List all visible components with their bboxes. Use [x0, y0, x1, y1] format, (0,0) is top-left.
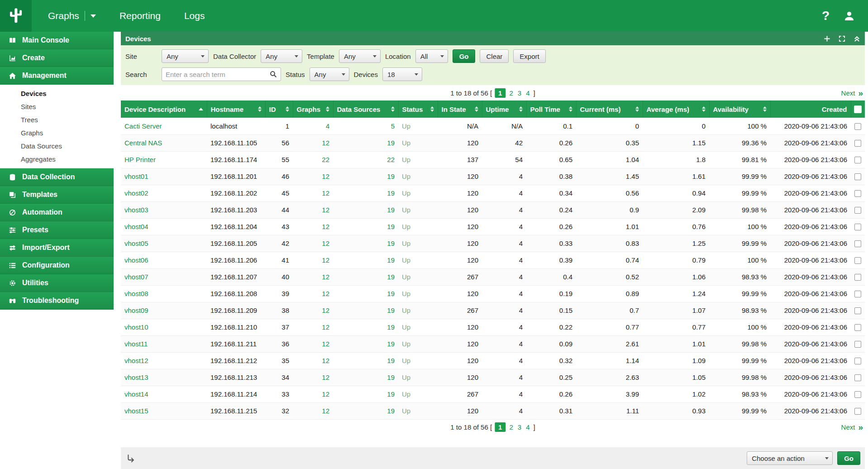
- sidebar-item-data-collection[interactable]: Data Collection: [0, 168, 114, 186]
- sidebar-item-automation[interactable]: Automation: [0, 204, 114, 221]
- device-link[interactable]: vhost09: [124, 306, 148, 314]
- location-select[interactable]: All: [415, 49, 448, 63]
- col-current-ms[interactable]: Current (ms): [576, 100, 643, 118]
- col-select-all[interactable]: [851, 100, 865, 118]
- col-id[interactable]: ID: [265, 100, 293, 118]
- filter-export-button[interactable]: Export: [513, 49, 545, 63]
- page-button-2[interactable]: 2: [508, 88, 514, 98]
- row-checkbox[interactable]: [854, 173, 861, 180]
- row-checkbox[interactable]: [854, 190, 861, 197]
- status-select[interactable]: Any: [310, 67, 349, 81]
- col-average-ms[interactable]: Average (ms): [643, 100, 709, 118]
- tab-reporting[interactable]: Reporting: [108, 0, 172, 32]
- filter-go-button[interactable]: Go: [453, 49, 476, 63]
- device-link[interactable]: vhost04: [124, 223, 148, 230]
- next-page-button[interactable]: Next »: [841, 89, 862, 97]
- page-button-1[interactable]: 1: [495, 422, 506, 432]
- sidebar-item-utilities[interactable]: Utilities: [0, 274, 114, 292]
- row-checkbox[interactable]: [854, 291, 861, 297]
- row-checkbox[interactable]: [854, 307, 861, 314]
- page-button-2[interactable]: 2: [508, 422, 514, 432]
- device-link[interactable]: vhost03: [124, 206, 148, 214]
- page-button-1[interactable]: 1: [495, 88, 506, 98]
- device-link[interactable]: vhost08: [124, 290, 148, 297]
- device-link[interactable]: Central NAS: [124, 139, 162, 147]
- sidebar-item-troubleshooting[interactable]: Troubleshooting: [0, 292, 114, 310]
- sidebar-item-configuration[interactable]: Configuration: [0, 257, 114, 274]
- device-link[interactable]: vhost13: [124, 373, 148, 381]
- row-checkbox[interactable]: [854, 224, 861, 230]
- fullscreen-icon[interactable]: [839, 35, 845, 42]
- sidebar-subitem-devices[interactable]: Devices: [0, 87, 114, 100]
- page-button-4[interactable]: 4: [525, 88, 530, 98]
- row-checkbox[interactable]: [854, 240, 861, 247]
- site-select[interactable]: Any: [162, 49, 209, 63]
- sidebar-subitem-graphs[interactable]: Graphs: [0, 126, 114, 139]
- tab-logs[interactable]: Logs: [172, 0, 217, 32]
- row-checkbox[interactable]: [854, 324, 861, 331]
- row-checkbox[interactable]: [854, 257, 861, 264]
- col-uptime[interactable]: Uptime: [482, 100, 526, 118]
- row-checkbox[interactable]: [854, 341, 861, 348]
- col-device-description[interactable]: Device Description: [121, 100, 207, 118]
- col-hostname[interactable]: Hostname: [207, 100, 265, 118]
- choose-action-select[interactable]: Choose an action: [747, 451, 833, 465]
- devices-count-select[interactable]: 18: [382, 67, 422, 81]
- select-all-checkbox[interactable]: [854, 105, 862, 113]
- cacti-logo[interactable]: [0, 0, 32, 32]
- sidebar-subitem-trees[interactable]: Trees: [0, 113, 114, 126]
- col-availability[interactable]: Availability: [709, 100, 770, 118]
- action-go-button[interactable]: Go: [837, 451, 860, 465]
- row-checkbox[interactable]: [854, 207, 861, 214]
- col-status[interactable]: Status: [398, 100, 438, 118]
- device-link[interactable]: vhost02: [124, 189, 148, 197]
- search-input[interactable]: [166, 71, 267, 78]
- row-checkbox[interactable]: [854, 408, 861, 415]
- device-link[interactable]: vhost12: [124, 357, 148, 364]
- add-device-icon[interactable]: [824, 35, 830, 42]
- page-button-4[interactable]: 4: [525, 422, 530, 432]
- sidebar-item-create[interactable]: Create: [0, 49, 114, 67]
- col-poll-time[interactable]: Poll Time: [526, 100, 576, 118]
- col-data-sources[interactable]: Data Sources: [333, 100, 398, 118]
- template-select[interactable]: Any: [339, 49, 381, 63]
- row-checkbox[interactable]: [854, 123, 861, 130]
- sidebar-subitem-data-sources[interactable]: Data Sources: [0, 139, 114, 153]
- col-created[interactable]: Created: [770, 100, 851, 118]
- col-in-state[interactable]: In State: [438, 100, 482, 118]
- row-checkbox[interactable]: [854, 157, 861, 163]
- data-collector-select[interactable]: Any: [261, 49, 302, 63]
- row-checkbox[interactable]: [854, 140, 861, 147]
- tab-graphs[interactable]: Graphs: [36, 0, 108, 32]
- sidebar-item-import-export[interactable]: Import/Export: [0, 239, 114, 257]
- device-link[interactable]: vhost07: [124, 273, 148, 281]
- device-link[interactable]: vhost14: [124, 390, 148, 398]
- row-checkbox[interactable]: [854, 374, 861, 381]
- col-graphs[interactable]: Graphs: [293, 100, 333, 118]
- device-link[interactable]: Cacti Server: [124, 122, 162, 130]
- device-link[interactable]: vhost01: [124, 172, 148, 180]
- device-link[interactable]: vhost05: [124, 239, 148, 247]
- page-button-3[interactable]: 3: [517, 88, 522, 98]
- row-checkbox[interactable]: [854, 274, 861, 281]
- sidebar-subitem-sites[interactable]: Sites: [0, 100, 114, 113]
- filter-clear-button[interactable]: Clear: [480, 49, 509, 63]
- sidebar-item-main-console[interactable]: Main Console: [0, 32, 114, 49]
- sidebar-subitem-aggregates[interactable]: Aggregates: [0, 153, 114, 166]
- device-link[interactable]: vhost11: [124, 340, 148, 348]
- chevron-down-icon[interactable]: [91, 14, 96, 18]
- device-link[interactable]: vhost15: [124, 407, 148, 415]
- user-icon[interactable]: [843, 10, 855, 22]
- row-checkbox[interactable]: [854, 358, 861, 364]
- page-button-3[interactable]: 3: [517, 422, 522, 432]
- sidebar-item-templates[interactable]: Templates: [0, 186, 114, 204]
- device-link[interactable]: HP Printer: [124, 156, 156, 163]
- next-page-button[interactable]: Next »: [841, 423, 862, 431]
- help-icon[interactable]: ?: [822, 10, 830, 22]
- device-link[interactable]: vhost06: [124, 256, 148, 264]
- sidebar-item-management[interactable]: Management: [0, 67, 114, 85]
- device-link[interactable]: vhost10: [124, 323, 148, 331]
- collapse-panel-icon[interactable]: [854, 35, 860, 42]
- sidebar-item-presets[interactable]: Presets: [0, 221, 114, 239]
- row-checkbox[interactable]: [854, 391, 861, 398]
